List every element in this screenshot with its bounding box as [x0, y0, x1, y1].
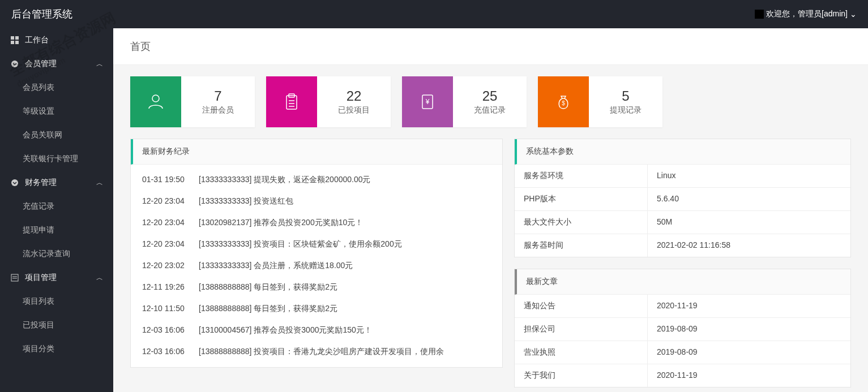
sidebar-section-label: 财务管理	[25, 178, 57, 188]
sidebar-item-flow-query[interactable]: 流水记录查询	[0, 242, 113, 266]
svg-text:$: $	[562, 100, 565, 106]
panel-sysinfo: 系统基本参数 服务器环境LinuxPHP版本5.6.40最大文件大小50M服务器…	[514, 139, 851, 257]
table-row: 服务器时间2021-02-02 11:16:58	[515, 234, 850, 257]
user-avatar-icon	[755, 10, 764, 19]
breadcrumb: 首页	[113, 28, 868, 65]
tile-withdraw[interactable]: $ 5 提现记录	[538, 76, 662, 127]
table-value: 2019-08-09	[648, 341, 850, 364]
finance-time: 12-20 23:02	[142, 261, 199, 271]
sidebar-item-recharge[interactable]: 充值记录	[0, 195, 113, 218]
table-value: 50M	[648, 211, 850, 234]
sidebar-item-bankcard[interactable]: 关联银行卡管理	[0, 147, 113, 171]
tile-projects[interactable]: 22 已投项目	[266, 76, 391, 127]
table-row: 服务器环境Linux	[515, 165, 850, 187]
circle-down-icon	[10, 178, 19, 187]
tile-label: 充值记录	[474, 105, 506, 115]
svg-text:¥: ¥	[425, 98, 430, 106]
table-row[interactable]: 通知公告2020-11-19	[515, 295, 850, 317]
sidebar-item-withdraw[interactable]: 提现申请	[0, 218, 113, 242]
tile-label: 注册会员	[202, 105, 234, 115]
finance-row: 12-03 16:06[13888888888] 投资项目：香港九龙尖沙咀房产建…	[131, 341, 502, 363]
topbar: 后台管理系统 欢迎您，管理员[admin] ⌄	[0, 0, 868, 28]
table-value: 5.6.40	[648, 188, 850, 210]
tile-number: 22	[347, 88, 362, 104]
sidebar-item-project-category[interactable]: 项目分类	[0, 337, 113, 361]
sidebar-section-member[interactable]: 会员管理 ︿	[0, 52, 113, 76]
sidebar-item-label: 工作台	[25, 35, 49, 45]
table-row[interactable]: 关于我们2020-11-19	[515, 364, 850, 387]
panel-header: 系统基本参数	[515, 139, 850, 165]
tile-label: 提现记录	[610, 105, 642, 115]
finance-time: 12-20 23:04	[142, 196, 199, 206]
sidebar-item-member-list[interactable]: 会员列表	[0, 76, 113, 100]
table-key: 服务器时间	[515, 234, 648, 257]
finance-time: 12-11 19:26	[142, 282, 199, 292]
moneybag-icon: $	[538, 76, 589, 127]
sidebar-section-finance[interactable]: 财务管理 ︿	[0, 171, 113, 195]
table-row: 最大文件大小50M	[515, 210, 850, 234]
finance-text: [13100004567] 推荐会员投资3000元奖励150元！	[199, 325, 491, 335]
chevron-up-icon: ︿	[96, 178, 103, 188]
articles-table: 通知公告2020-11-19担保公司2019-08-09营业执照2019-08-…	[515, 295, 850, 387]
sidebar: 工作台 会员管理 ︿ 会员列表 等级设置 会员关联网 关联银行卡管理 财务管理 …	[0, 28, 113, 392]
svg-point-5	[11, 179, 18, 186]
svg-rect-2	[11, 41, 14, 44]
svg-rect-3	[15, 41, 19, 44]
tile-members[interactable]: 7 注册会员	[130, 76, 255, 127]
clipboard-icon	[266, 76, 317, 127]
finance-text: [13333333333] 投资项目：区块链紫金矿，使用余额200元	[199, 239, 491, 249]
table-row[interactable]: 担保公司2019-08-09	[515, 317, 850, 341]
chevron-up-icon: ︿	[96, 273, 103, 283]
finance-text: [13020982137] 推荐会员投资200元奖励10元！	[199, 218, 491, 228]
finance-row: 12-03 16:06[13100004567] 推荐会员投资3000元奖励15…	[131, 320, 502, 341]
finance-row: 12-11 19:26[13888888888] 每日签到，获得奖励2元	[131, 277, 502, 298]
tile-number: 7	[214, 88, 221, 104]
tile-recharge[interactable]: ¥ 25 充值记录	[402, 76, 527, 127]
finance-row: 01-31 19:50[13333333333] 提现失败，返还金额200000…	[131, 169, 502, 191]
finance-list: 01-31 19:50[13333333333] 提现失败，返还金额200000…	[131, 165, 502, 367]
finance-time: 12-20 23:04	[142, 218, 199, 228]
table-value: Linux	[648, 165, 850, 187]
table-key: 担保公司	[515, 318, 648, 341]
table-row[interactable]: 营业执照2019-08-09	[515, 341, 850, 364]
finance-time: 12-20 23:04	[142, 239, 199, 249]
finance-text: [13888888888] 每日签到，获得奖励2元	[199, 282, 491, 292]
finance-time: 01-31 19:50	[142, 175, 199, 185]
finance-text: [13333333333] 投资送红包	[199, 196, 491, 206]
tile-number: 25	[482, 88, 498, 104]
sidebar-section-label: 会员管理	[25, 59, 57, 69]
sidebar-item-project-list[interactable]: 项目列表	[0, 290, 113, 313]
circle-down-icon	[10, 59, 19, 68]
tile-label: 已投项目	[338, 105, 370, 115]
user-icon	[130, 76, 181, 127]
welcome-text: 欢迎您，管理员[admin]	[766, 9, 848, 19]
user-menu[interactable]: 欢迎您，管理员[admin] ⌄	[755, 9, 857, 19]
sidebar-section-project[interactable]: 项目管理 ︿	[0, 266, 113, 290]
svg-rect-6	[11, 274, 18, 281]
dashboard-icon	[10, 36, 19, 45]
table-key: 服务器环境	[515, 165, 648, 187]
sidebar-item-member-network[interactable]: 会员关联网	[0, 123, 113, 147]
table-value: 2020-11-19	[648, 364, 850, 387]
finance-text: [13333333333] 提现失败，返还金额200000.00元	[199, 175, 491, 185]
sidebar-item-level-setting[interactable]: 等级设置	[0, 100, 113, 123]
finance-text: [13888888888] 投资项目：香港九龙尖沙咀房产建设开发项目，使用余	[199, 347, 491, 357]
table-key: 营业执照	[515, 341, 648, 364]
sidebar-section-label: 项目管理	[25, 273, 57, 283]
finance-text: [13888888888] 每日签到，获得奖励2元	[199, 304, 491, 314]
panel-header: 最新财务纪录	[131, 139, 502, 165]
panel-articles: 最新文章 通知公告2020-11-19担保公司2019-08-09营业执照201…	[514, 269, 851, 387]
panel-finance-log: 最新财务纪录 01-31 19:50[13333333333] 提现失败，返还金…	[130, 139, 503, 368]
sidebar-item-workbench[interactable]: 工作台	[0, 28, 113, 52]
main-content: 首页 7 注册会员 22 已投项目	[113, 28, 868, 392]
app-title: 后台管理系统	[11, 7, 72, 21]
chevron-up-icon: ︿	[96, 59, 103, 69]
tile-number: 5	[622, 88, 629, 104]
finance-time: 12-10 11:50	[142, 304, 199, 314]
sidebar-item-invested[interactable]: 已投项目	[0, 313, 113, 337]
list-icon	[10, 273, 19, 282]
panel-header: 最新文章	[515, 269, 850, 295]
finance-text: [13333333333] 会员注册，系统赠送18.00元	[199, 261, 491, 271]
table-key: 最大文件大小	[515, 211, 648, 234]
svg-rect-1	[15, 36, 19, 40]
